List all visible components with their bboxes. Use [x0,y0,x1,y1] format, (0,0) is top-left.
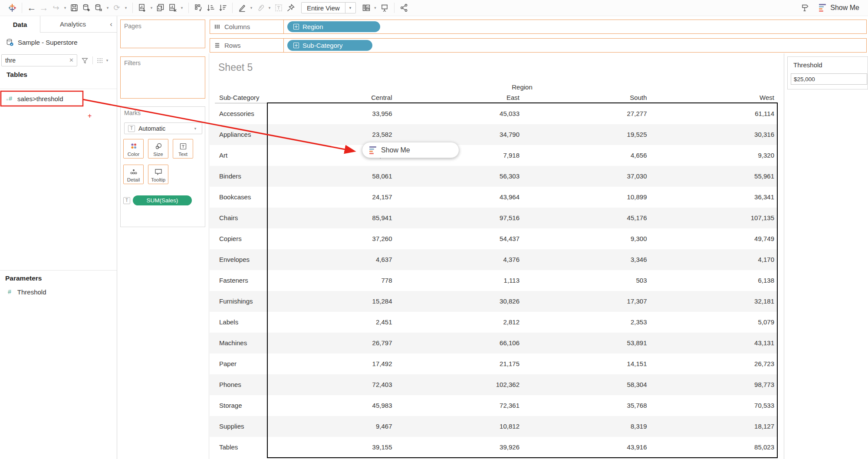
redo-caret[interactable]: ▾ [62,6,68,10]
value-cell[interactable]: 17,307 [522,291,650,312]
view-options-caret[interactable]: ▾ [104,58,110,63]
redo-button[interactable]: ↪ [50,2,62,14]
group-members-caret[interactable]: ▾ [266,6,273,10]
value-cell[interactable]: 70,533 [650,395,777,416]
value-cell[interactable]: 66,106 [395,333,523,353]
value-cell[interactable]: 45,176 [522,208,650,228]
pause-updates-caret[interactable]: ▾ [105,6,111,10]
value-cell[interactable]: 3,346 [522,249,650,270]
row-label[interactable]: Machines [210,333,267,353]
row-label[interactable]: Appliances [210,124,267,145]
clear-sheet-button[interactable] [167,2,179,14]
highlight-caret[interactable]: ▾ [248,6,254,10]
presentation-mode-button[interactable] [378,2,391,14]
value-cell[interactable]: 58,061 [267,166,395,187]
value-cell[interactable]: 21,175 [395,353,523,374]
tab-data[interactable]: Data [0,16,40,33]
value-cell[interactable]: 45,033 [395,103,523,124]
value-cell[interactable]: 8,319 [522,416,650,437]
refresh-caret[interactable]: ▾ [123,6,129,10]
highlight-button[interactable] [236,2,248,14]
row-label[interactable]: Paper [210,353,267,374]
row-label[interactable]: Envelopes [210,249,267,270]
value-cell[interactable]: 39,155 [267,437,395,458]
pause-auto-updates-button[interactable] [92,2,105,14]
size-button[interactable]: Size [148,139,168,159]
value-cell[interactable]: 45,983 [267,395,395,416]
data-guide-button[interactable] [799,2,811,14]
value-cell[interactable]: 26,723 [650,353,777,374]
region-pill[interactable]: Region [287,21,380,32]
value-cell[interactable]: 26,797 [267,333,395,353]
text-button[interactable]: Text [173,139,193,159]
refresh-button[interactable]: ⟳ [111,2,123,14]
sum-sales-pill[interactable]: SUM(Sales) [133,195,192,205]
back-button[interactable]: ← [26,2,38,14]
swap-rows-columns-button[interactable] [192,2,204,14]
value-cell[interactable]: 97,516 [395,208,523,228]
row-label[interactable]: Art [210,145,267,166]
pages-shelf[interactable]: Pages [120,20,205,48]
value-cell[interactable]: 43,964 [395,187,523,208]
value-cell[interactable]: 37,030 [522,166,650,187]
row-label[interactable]: Labels [210,312,267,333]
collapse-pane-icon[interactable]: ‹ [105,16,117,32]
value-cell[interactable]: 2,451 [267,312,395,333]
sort-descending-button[interactable] [217,2,229,14]
corner-header[interactable]: Sub-Category [210,94,267,101]
value-cell[interactable]: 503 [522,270,650,291]
parameter-item-threshold[interactable]: # Threshold [0,285,117,298]
value-cell[interactable]: 24,157 [267,187,395,208]
value-cell[interactable]: 9,300 [522,228,650,249]
search-box[interactable]: ✕ [1,54,77,66]
value-cell[interactable]: 35,768 [522,395,650,416]
value-cell[interactable]: 32,181 [650,291,777,312]
value-cell[interactable]: 72,403 [267,374,395,395]
datasource-item[interactable]: Sample - Superstore [0,35,117,49]
forward-button[interactable]: → [38,2,50,14]
value-cell[interactable]: 85,941 [267,208,395,228]
view-options-icon[interactable] [96,57,103,64]
group-members-button[interactable] [254,2,266,14]
detail-button[interactable]: Detail [123,165,144,184]
value-cell[interactable]: 18,127 [650,416,777,437]
new-worksheet-button[interactable] [136,2,148,14]
value-cell[interactable]: 43,131 [650,333,777,353]
show-hide-cards-caret[interactable]: ▾ [372,6,378,10]
mark-type-dropdown[interactable]: T Automatic ▾ [124,122,202,134]
value-cell[interactable]: 19,525 [522,124,650,145]
value-cell[interactable]: 39,926 [395,437,523,458]
value-cell[interactable]: 4,170 [650,249,777,270]
mark-type-caret[interactable]: ▾ [192,126,198,131]
field-item-sales-threshold[interactable]: =# sales>threshold [0,91,117,106]
value-cell[interactable]: 14,151 [522,353,650,374]
view-mode-caret[interactable]: ▾ [345,3,355,13]
new-worksheet-caret[interactable]: ▾ [148,6,155,10]
sub-category-pill[interactable]: Sub-Category [287,40,372,51]
column-header-east[interactable]: East [395,94,523,101]
value-cell[interactable]: 85,023 [650,437,777,458]
value-cell[interactable]: 4,656 [522,145,650,166]
value-cell[interactable]: 4,637 [267,249,395,270]
show-mark-labels-button[interactable] [273,2,285,14]
value-cell[interactable]: 53,891 [522,333,650,353]
value-cell[interactable]: 9,467 [267,416,395,437]
threshold-value-input[interactable] [791,73,867,85]
value-cell[interactable]: 36,341 [650,187,777,208]
new-data-source-button[interactable] [80,2,92,14]
clear-search-icon[interactable]: ✕ [69,57,74,63]
view-mode-dropdown[interactable]: Entire View ▾ [301,2,356,13]
row-label[interactable]: Phones [210,374,267,395]
clear-sheet-caret[interactable]: ▾ [179,6,185,10]
value-cell[interactable]: 15,284 [267,291,395,312]
value-cell[interactable]: 778 [267,270,395,291]
expand-field-icon[interactable] [293,24,299,30]
value-cell[interactable]: 5,079 [650,312,777,333]
show-me-popup[interactable]: Show Me [362,142,459,158]
value-cell[interactable]: 10,812 [395,416,523,437]
sort-ascending-button[interactable] [204,2,217,14]
column-header-west[interactable]: West [650,94,777,101]
expand-field-icon[interactable] [293,43,299,48]
columns-shelf[interactable]: Columns Region [210,20,867,34]
row-label[interactable]: Accessories [210,103,267,124]
